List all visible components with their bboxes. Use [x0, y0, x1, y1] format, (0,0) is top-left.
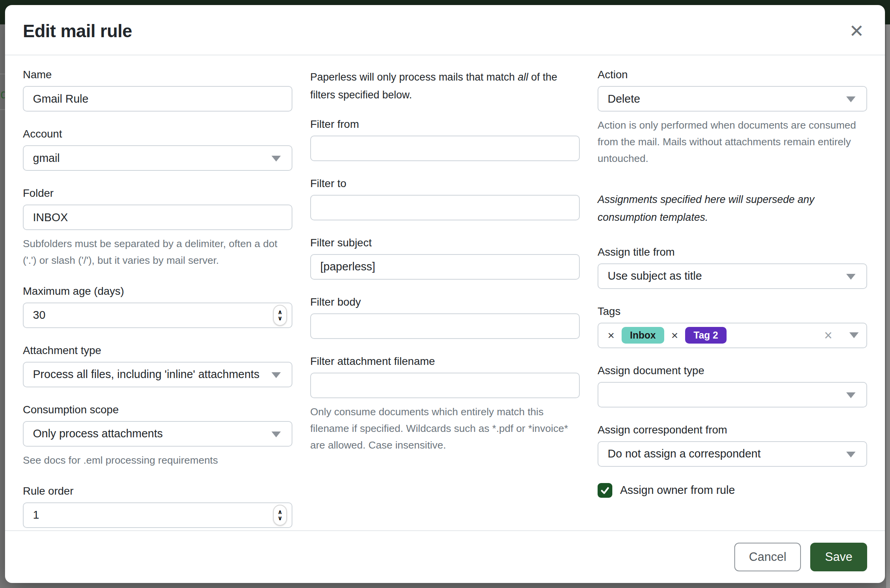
assign-title-from-label: Assign title from — [598, 246, 867, 258]
chevron-down-icon — [271, 432, 281, 437]
dialog-footer: Cancel Save — [5, 530, 885, 583]
filters-column: Paperless will only process mails that m… — [310, 69, 580, 530]
cancel-button[interactable]: Cancel — [734, 543, 801, 571]
filter-subject-input[interactable] — [310, 254, 580, 280]
dimmed-page-edge: d — [0, 24, 5, 588]
clear-tags-icon[interactable]: × — [824, 327, 832, 344]
dimmed-row-divider — [0, 74, 5, 74]
filter-subject-label: Filter subject — [310, 237, 580, 249]
filter-body-field: Filter body — [310, 296, 580, 339]
chevron-down-icon — [846, 392, 856, 398]
attachment-type-selected-value: Process all files, including 'inline' at… — [33, 368, 259, 381]
assignments-note-text: Assignments specified here will supersed… — [598, 191, 867, 227]
assign-title-from-select[interactable]: Use subject as title — [598, 263, 867, 289]
action-help-text: Action is only performed when documents … — [598, 117, 867, 167]
filter-from-label: Filter from — [310, 118, 580, 131]
close-icon[interactable]: ✕ — [846, 21, 867, 41]
dimmed-page-text: d — [0, 86, 5, 101]
rule-order-label: Rule order — [23, 485, 292, 497]
action-field: Action Delete Action is only performed w… — [598, 69, 867, 167]
assign-correspondent-from-label: Assign correspondent from — [598, 424, 867, 436]
dimmed-row-divider — [0, 109, 5, 110]
filter-body-label: Filter body — [310, 296, 580, 308]
assign-document-type-select[interactable] — [598, 382, 867, 407]
chevron-down-icon — [846, 274, 856, 280]
assign-document-type-field: Assign document type — [598, 364, 867, 407]
name-field: Name — [23, 69, 292, 112]
remove-tag-icon[interactable]: × — [670, 329, 680, 342]
account-selected-value: gmail — [33, 152, 60, 165]
rule-order-value: 1 — [33, 509, 39, 521]
folder-help-text: Subfolders must be separated by a delimi… — [23, 236, 292, 269]
maximum-age-field: Maximum age (days) 30 ∧∨ — [23, 285, 292, 328]
page-scrollbar[interactable] — [886, 24, 890, 588]
assign-owner-checkbox[interactable] — [598, 483, 612, 498]
maximum-age-label: Maximum age (days) — [23, 285, 292, 297]
consumption-scope-field: Consumption scope Only process attachmen… — [23, 404, 292, 469]
action-assignments-column: Action Delete Action is only performed w… — [598, 69, 867, 530]
maximum-age-input[interactable]: 30 ∧∨ — [23, 303, 292, 328]
filter-to-label: Filter to — [310, 177, 580, 190]
tag-pill-inbox: Inbox — [622, 327, 665, 344]
account-label: Account — [23, 128, 292, 140]
chevron-down-icon — [846, 452, 856, 457]
account-select[interactable]: gmail — [23, 145, 292, 171]
maximum-age-value: 30 — [33, 309, 45, 322]
tags-label: Tags — [598, 305, 867, 318]
filter-attachment-filename-label: Filter attachment filename — [310, 355, 580, 368]
action-selected-value: Delete — [608, 93, 640, 105]
assign-owner-row: Assign owner from rule — [598, 483, 867, 498]
maximum-age-stepper[interactable]: ∧∨ — [273, 305, 287, 326]
check-icon — [600, 486, 610, 495]
filter-from-input[interactable] — [310, 136, 580, 161]
assign-correspondent-from-field: Assign correspondent from Do not assign … — [598, 424, 867, 467]
filters-intro-text: Paperless will only process mails that m… — [310, 69, 580, 104]
name-input[interactable] — [23, 86, 292, 112]
edit-mail-rule-dialog: Edit mail rule ✕ Name Account gmail Fold… — [5, 5, 885, 583]
tag-pill-tag2: Tag 2 — [685, 327, 727, 344]
attachment-type-label: Attachment type — [23, 344, 292, 357]
dialog-header: Edit mail rule ✕ — [5, 5, 885, 55]
name-label: Name — [23, 69, 292, 81]
folder-field: Folder Subfolders must be separated by a… — [23, 187, 292, 269]
remove-tag-icon[interactable]: × — [606, 329, 616, 342]
consumption-scope-help-text: See docs for .eml processing requirement… — [23, 452, 292, 469]
chevron-down-icon — [271, 156, 281, 162]
rule-order-input[interactable]: 1 ∧∨ — [23, 502, 292, 528]
consumption-scope-label: Consumption scope — [23, 404, 292, 416]
assign-correspondent-from-selected-value: Do not assign a correspondent — [608, 447, 761, 460]
save-button[interactable]: Save — [810, 543, 867, 571]
assign-correspondent-from-select[interactable]: Do not assign a correspondent — [598, 441, 867, 467]
filter-from-field: Filter from — [310, 118, 580, 161]
tags-select[interactable]: × Inbox × Tag 2 × — [598, 323, 867, 348]
rule-order-stepper[interactable]: ∧∨ — [273, 505, 287, 526]
action-label: Action — [598, 69, 867, 81]
filter-to-field: Filter to — [310, 177, 580, 220]
filter-subject-field: Filter subject — [310, 237, 580, 280]
consumption-scope-selected-value: Only process attachments — [33, 427, 163, 440]
assign-document-type-label: Assign document type — [598, 364, 867, 377]
consumption-scope-select[interactable]: Only process attachments — [23, 421, 292, 447]
filter-body-input[interactable] — [310, 313, 580, 339]
action-select[interactable]: Delete — [598, 86, 867, 112]
chevron-down-icon[interactable] — [849, 332, 859, 338]
attachment-type-select[interactable]: Process all files, including 'inline' at… — [23, 362, 292, 387]
rule-order-field: Rule order 1 ∧∨ — [23, 485, 292, 528]
folder-input[interactable] — [23, 205, 292, 230]
folder-label: Folder — [23, 187, 292, 199]
chevron-down-icon — [846, 96, 856, 102]
chevron-down-icon — [271, 372, 281, 378]
account-field: Account gmail — [23, 128, 292, 171]
filter-attachment-filename-help-text: Only consume documents which entirely ma… — [310, 404, 580, 454]
filter-attachment-filename-field: Filter attachment filename Only consume … — [310, 355, 580, 454]
assign-title-from-selected-value: Use subject as title — [608, 270, 702, 282]
dialog-body: Name Account gmail Folder Subfolders mus… — [5, 55, 885, 530]
attachment-type-field: Attachment type Process all files, inclu… — [23, 344, 292, 387]
dialog-title: Edit mail rule — [23, 21, 132, 41]
general-settings-column: Name Account gmail Folder Subfolders mus… — [23, 69, 292, 530]
tags-field: Tags × Inbox × Tag 2 × — [598, 305, 867, 348]
assign-owner-label: Assign owner from rule — [620, 484, 735, 497]
filter-attachment-filename-input[interactable] — [310, 373, 580, 398]
assign-title-from-field: Assign title from Use subject as title — [598, 246, 867, 289]
filter-to-input[interactable] — [310, 195, 580, 220]
